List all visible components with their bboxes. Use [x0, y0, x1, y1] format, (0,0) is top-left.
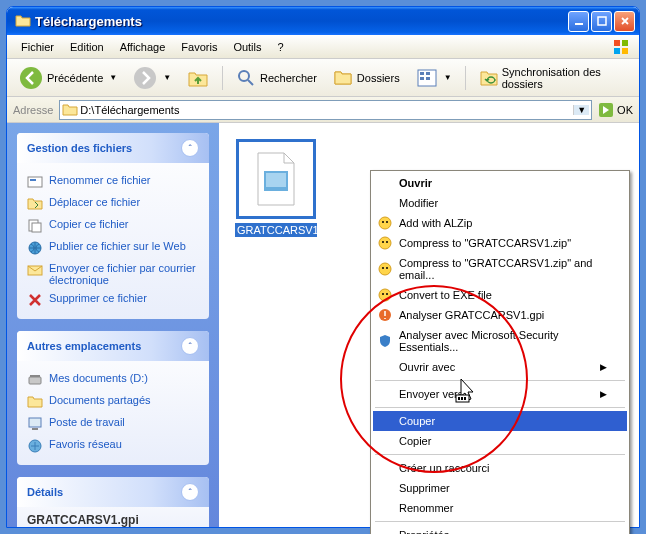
views-button[interactable]: ▼: [410, 65, 458, 91]
svg-point-36: [386, 267, 388, 269]
task-publish[interactable]: Publier ce fichier sur le Web: [27, 237, 199, 259]
details-panel: Détails ˆ GRATCCARSV1.gpi Fichier GPI: [17, 477, 209, 527]
svg-rect-2: [614, 40, 620, 46]
context-item[interactable]: Analyser avec Microsoft Security Essenti…: [373, 325, 627, 357]
svg-point-33: [386, 241, 388, 243]
menu-help[interactable]: ?: [270, 38, 292, 56]
svg-point-37: [379, 289, 391, 301]
alzip-icon: [377, 261, 393, 277]
context-separator: [375, 521, 625, 522]
menu-favoris[interactable]: Favoris: [173, 38, 225, 56]
close-button[interactable]: [614, 11, 635, 32]
tasks-panel: Gestion des fichiers ˆ Renommer ce fichi…: [17, 133, 209, 319]
svg-rect-18: [32, 223, 41, 232]
svg-rect-5: [622, 48, 628, 54]
chevron-up-icon: ˆ: [181, 337, 199, 355]
place-network[interactable]: Favoris réseau: [27, 435, 199, 457]
svg-rect-13: [426, 77, 430, 80]
address-bar: Adresse D:\Téléchargements ▼ OK: [7, 97, 639, 123]
svg-rect-1: [598, 17, 606, 25]
context-item[interactable]: Supprimer: [373, 478, 627, 498]
folder-icon: [15, 13, 31, 29]
context-item[interactable]: Compress to "GRATCCARSV1.zip" and email.…: [373, 253, 627, 285]
menu-outils[interactable]: Outils: [225, 38, 269, 56]
menu-fichier[interactable]: Fichier: [13, 38, 62, 56]
av-icon: [377, 307, 393, 323]
menu-edition[interactable]: Edition: [62, 38, 112, 56]
up-button[interactable]: [181, 64, 215, 92]
context-item[interactable]: Compress to "GRATCCARSV1.zip": [373, 233, 627, 253]
alzip-icon: [377, 287, 393, 303]
submenu-arrow-icon: ▶: [600, 362, 607, 372]
svg-rect-21: [29, 377, 41, 384]
search-button[interactable]: Rechercher: [230, 65, 323, 91]
dropdown-icon[interactable]: ▼: [573, 105, 589, 115]
toolbar: Précédente ▼ ▼ Rechercher Dossiers ▼ Syn…: [7, 59, 639, 97]
context-item[interactable]: Créer un raccourci: [373, 458, 627, 478]
svg-point-8: [239, 71, 249, 81]
details-panel-header[interactable]: Détails ˆ: [17, 477, 209, 507]
context-item[interactable]: Add with ALZip: [373, 213, 627, 233]
dropdown-icon: ▼: [444, 73, 452, 82]
svg-point-35: [382, 267, 384, 269]
address-input[interactable]: D:\Téléchargements ▼: [59, 100, 592, 120]
svg-rect-15: [28, 177, 42, 187]
minimize-button[interactable]: [568, 11, 589, 32]
maximize-button[interactable]: [591, 11, 612, 32]
place-computer[interactable]: Poste de travail: [27, 413, 199, 435]
search-label: Rechercher: [260, 72, 317, 84]
places-panel-header[interactable]: Autres emplacements ˆ: [17, 331, 209, 361]
context-item[interactable]: Ouvrir: [373, 173, 627, 193]
context-item[interactable]: Convert to EXE file: [373, 285, 627, 305]
file-item[interactable]: GRATCCARSV1.g: [235, 139, 317, 237]
context-item[interactable]: Renommer: [373, 498, 627, 518]
context-item[interactable]: Modifier: [373, 193, 627, 213]
svg-point-6: [20, 67, 42, 89]
svg-point-32: [382, 241, 384, 243]
task-move[interactable]: Déplacer ce fichier: [27, 193, 199, 215]
back-label: Précédente: [47, 72, 103, 84]
chevron-up-icon: ˆ: [181, 139, 199, 157]
svg-point-30: [386, 221, 388, 223]
context-menu: OuvrirModifierAdd with ALZipCompress to …: [370, 170, 630, 534]
svg-rect-4: [614, 48, 620, 54]
sync-button[interactable]: Synchronisation des dossiers: [472, 63, 633, 93]
context-item[interactable]: Propriétés: [373, 525, 627, 534]
menu-affichage[interactable]: Affichage: [112, 38, 174, 56]
go-button[interactable]: OK: [598, 102, 633, 118]
context-item[interactable]: Analyser GRATCCARSV1.gpi: [373, 305, 627, 325]
task-copy[interactable]: Copier ce fichier: [27, 215, 199, 237]
tasks-panel-header[interactable]: Gestion des fichiers ˆ: [17, 133, 209, 163]
svg-rect-22: [30, 375, 40, 377]
context-separator: [375, 454, 625, 455]
svg-rect-0: [575, 23, 583, 25]
context-item[interactable]: Envoyer vers▶: [373, 384, 627, 404]
task-rename[interactable]: Renommer ce fichier: [27, 171, 199, 193]
window-title: Téléchargements: [35, 14, 568, 29]
windows-flag-icon: [609, 37, 633, 57]
menubar: Fichier Edition Affichage Favoris Outils…: [7, 35, 639, 59]
alzip-icon: [377, 215, 393, 231]
address-label: Adresse: [13, 104, 53, 116]
place-mydocs[interactable]: Mes documents (D:): [27, 369, 199, 391]
folders-button[interactable]: Dossiers: [327, 65, 406, 91]
task-delete[interactable]: Supprimer ce fichier: [27, 289, 199, 311]
context-item[interactable]: Copier: [373, 431, 627, 451]
dropdown-icon: ▼: [109, 73, 117, 82]
context-item[interactable]: Ouvrir avec▶: [373, 357, 627, 377]
svg-rect-12: [420, 77, 424, 80]
forward-button[interactable]: ▼: [127, 63, 177, 93]
back-button[interactable]: Précédente ▼: [13, 63, 123, 93]
svg-rect-16: [30, 179, 36, 181]
mse-icon: [377, 333, 393, 349]
folders-label: Dossiers: [357, 72, 400, 84]
titlebar[interactable]: Téléchargements: [7, 7, 639, 35]
sidebar: Gestion des fichiers ˆ Renommer ce fichi…: [7, 123, 219, 527]
file-thumbnail: [236, 139, 316, 219]
place-shared[interactable]: Documents partagés: [27, 391, 199, 413]
svg-point-28: [379, 217, 391, 229]
chevron-up-icon: ˆ: [181, 483, 199, 501]
svg-rect-11: [426, 72, 430, 75]
task-email[interactable]: Envoyer ce fichier par courrier électron…: [27, 259, 199, 289]
context-item[interactable]: Couper: [373, 411, 627, 431]
